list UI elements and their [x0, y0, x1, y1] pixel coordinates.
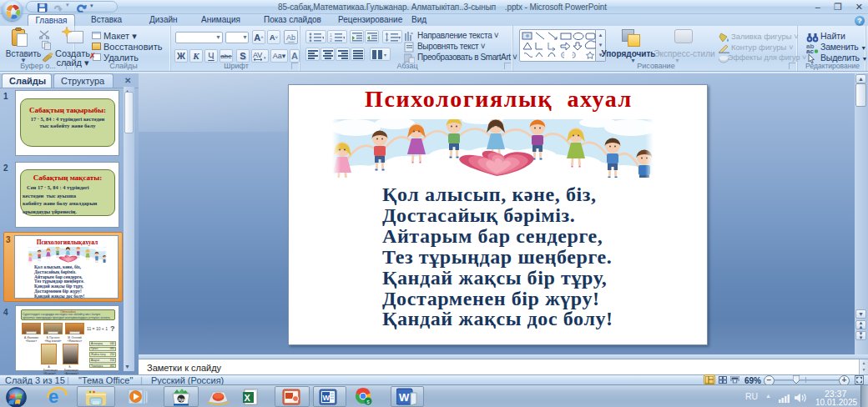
svg-text:s: s — [366, 399, 370, 404]
svg-text:▾: ▾ — [264, 55, 266, 60]
svg-text:AV: AV — [253, 51, 262, 59]
svg-text:hp: hp — [179, 397, 185, 402]
svg-text:2: 2 — [330, 38, 332, 42]
svg-text:W: W — [323, 394, 331, 402]
svg-text:▾: ▾ — [322, 35, 324, 40]
svg-text:▾: ▾ — [343, 35, 345, 40]
svg-text:▾: ▾ — [398, 35, 401, 40]
svg-text:1: 1 — [330, 33, 332, 38]
svg-text:▾: ▾ — [384, 53, 386, 58]
svg-text:X: X — [245, 393, 251, 403]
svg-text:W: W — [399, 391, 410, 404]
